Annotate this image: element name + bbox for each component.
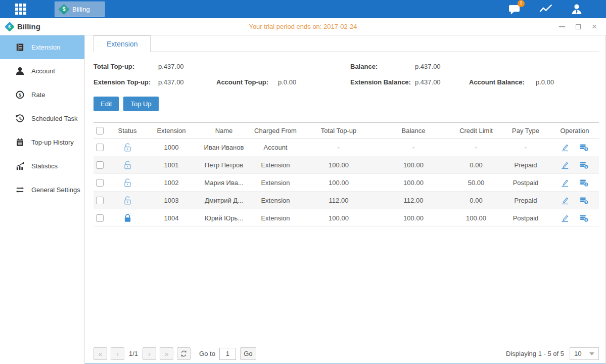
top-up-icon[interactable]: $ — [579, 196, 589, 205]
cell-charged-from: Account — [249, 144, 302, 151]
table-row: 1004Юрий Юрь...Extension100.00100.00100.… — [94, 209, 599, 227]
first-page-button[interactable]: « — [94, 347, 107, 360]
topbar: $ Billing ! — [0, 0, 606, 18]
transfer-arrows-icon — [15, 185, 25, 195]
sidebar-item-general-settings[interactable]: General Settings — [0, 178, 84, 202]
balance-value: p.437.00 — [415, 63, 441, 70]
cell-balance: - — [376, 144, 451, 151]
top-up-icon[interactable]: $ — [579, 178, 589, 188]
cell-extension: 1003 — [144, 197, 199, 204]
taskbar-tab-label: Billing — [72, 6, 90, 13]
sidebar-item-scheduled-task[interactable]: Scheduled Task — [0, 107, 84, 130]
edit-icon[interactable] — [561, 196, 570, 205]
cell-pay-type: Postpaid — [501, 214, 550, 222]
cell-pay-type: Prepaid — [501, 197, 550, 204]
cell-extension: 1000 — [144, 144, 199, 151]
next-page-button[interactable]: › — [143, 347, 156, 360]
cell-balance: 100.00 — [376, 179, 451, 187]
row-checkbox[interactable] — [96, 179, 104, 187]
go-button[interactable]: Go — [240, 347, 256, 360]
cell-balance: 100.00 — [376, 161, 451, 169]
column-header-balance: Balance — [376, 127, 451, 134]
top-up-icon[interactable]: $ — [579, 143, 589, 152]
minimize-button[interactable] — [558, 23, 566, 30]
bar-chart-arrow-icon — [15, 161, 25, 171]
cell-balance: 112.00 — [376, 197, 451, 204]
edit-icon[interactable] — [561, 143, 570, 152]
cell-credit-limit: 100.00 — [451, 214, 501, 222]
row-checkbox[interactable] — [96, 144, 104, 151]
taskbar-tab-billing[interactable]: $ Billing — [55, 2, 105, 17]
action-buttons: Edit Top Up — [94, 97, 599, 111]
user-icon[interactable] — [571, 4, 583, 15]
account-balance-label: Account Balance: — [469, 78, 536, 86]
cell-extension: 1004 — [144, 214, 199, 222]
column-header-name: Name — [199, 127, 249, 134]
close-button[interactable]: × — [591, 23, 598, 30]
cell-name: Иван Иванов — [199, 144, 249, 151]
cell-total-topup: 100.00 — [302, 161, 376, 169]
lock-closed-icon — [123, 213, 132, 223]
history-clock-icon — [15, 114, 25, 123]
row-checkbox[interactable] — [96, 161, 104, 169]
extension-topup-value: p.437.00 — [158, 78, 216, 86]
balance-label: Balance: — [350, 63, 415, 70]
sidebar-item-statistics[interactable]: Statistics — [0, 154, 84, 178]
sidebar-item-label: Account — [31, 67, 55, 75]
row-checkbox[interactable] — [96, 214, 104, 222]
table-row: 1002Мария Ива...Extension100.00100.0050.… — [94, 174, 599, 192]
cell-extension: 1001 — [144, 161, 199, 169]
page-size-select[interactable]: 10 — [570, 347, 599, 360]
sidebar: ExtensionAccount$RateScheduled TaskTop-u… — [0, 35, 85, 364]
page-size-value: 10 — [574, 350, 581, 357]
tab-extension[interactable]: Extension — [94, 35, 151, 52]
edit-icon[interactable] — [561, 160, 570, 170]
sidebar-item-extension[interactable]: Extension — [0, 35, 84, 59]
column-header-credit-limit: Credit Limit — [451, 127, 501, 134]
top-up-icon[interactable]: $ — [579, 160, 589, 170]
cell-total-topup: 100.00 — [302, 214, 376, 222]
edit-button[interactable]: Edit — [94, 97, 119, 111]
extension-table: StatusExtensionNameCharged FromTotal Top… — [94, 122, 599, 227]
extension-topup-label: Extension Top-up: — [94, 78, 158, 86]
extension-balance-value: p.437.00 — [415, 78, 469, 86]
extension-balance-label: Extension Balance: — [350, 78, 415, 86]
cell-charged-from: Extension — [249, 197, 302, 204]
prev-page-button[interactable]: ‹ — [111, 347, 124, 360]
refresh-button[interactable] — [177, 347, 191, 360]
pagination-right: Displaying 1 - 5 of 5 10 — [506, 347, 599, 360]
top-up-button[interactable]: Top Up — [123, 97, 158, 111]
sidebar-item-label: Extension — [31, 43, 60, 51]
cell-charged-from: Extension — [249, 179, 302, 187]
top-up-icon[interactable]: $ — [579, 213, 589, 223]
row-checkbox[interactable] — [96, 197, 104, 204]
cell-pay-type: - — [501, 144, 550, 151]
last-page-button[interactable]: » — [160, 347, 173, 360]
cell-name: Петр Петров — [199, 161, 249, 169]
displaying-text: Displaying 1 - 5 of 5 — [506, 350, 564, 357]
sidebar-item-account[interactable]: Account — [0, 59, 84, 83]
maximize-button[interactable] — [575, 23, 582, 30]
app-launcher-icon[interactable] — [15, 4, 26, 15]
edit-icon[interactable] — [561, 178, 570, 188]
sidebar-item-rate[interactable]: $Rate — [0, 83, 84, 107]
sidebar-item-label: Top-up History — [31, 139, 74, 146]
lock-open-icon — [123, 143, 132, 152]
page-indicator: 1/1 — [129, 350, 138, 357]
edit-icon[interactable] — [561, 213, 570, 223]
select-all-checkbox[interactable] — [96, 127, 104, 134]
table-body: 1000Иван ИвановAccount----$1001Петр Петр… — [94, 139, 599, 227]
goto-page-input[interactable] — [219, 348, 236, 360]
chevron-down-icon — [589, 352, 594, 355]
sidebar-item-top-up-history[interactable]: Top-up History — [0, 130, 84, 154]
trial-message: Your trial period ends on: 2017-02-24 — [0, 23, 606, 30]
cell-credit-limit: - — [451, 144, 501, 151]
table-header: StatusExtensionNameCharged FromTotal Top… — [94, 122, 599, 139]
notifications-icon[interactable]: ! — [508, 4, 521, 15]
window-title-group: $ Billing — [6, 22, 40, 31]
cell-balance: 100.00 — [376, 214, 451, 222]
cell-name: Дмитрий Д... — [199, 197, 249, 204]
cell-extension: 1002 — [144, 179, 199, 187]
lock-open-icon — [123, 160, 132, 170]
line-chart-icon[interactable] — [539, 4, 552, 15]
